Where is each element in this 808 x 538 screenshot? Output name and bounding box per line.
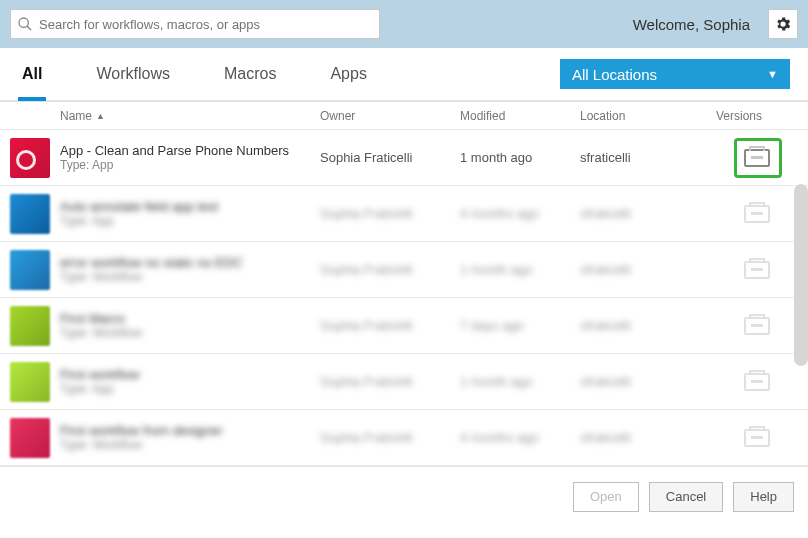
column-modified[interactable]: Modified — [460, 109, 580, 123]
item-owner: Sophia Fraticelli — [320, 318, 460, 333]
column-name[interactable]: Name ▲ — [60, 109, 320, 123]
item-location: sfraticelli — [580, 374, 700, 389]
welcome-prefix: Welcome, — [633, 16, 704, 33]
list-item[interactable]: First workflow from designer Type: Workf… — [0, 410, 808, 466]
column-location[interactable]: Location — [580, 109, 700, 123]
column-versions[interactable]: Versions — [716, 109, 808, 123]
tab-row: All Workflows Macros Apps All Locations … — [0, 48, 808, 102]
open-button[interactable]: Open — [573, 482, 639, 512]
item-title: First workflow from designer — [60, 423, 320, 438]
item-thumbnail — [10, 362, 50, 402]
welcome-text: Welcome, Sophia — [633, 16, 750, 33]
item-modified: 1 month ago — [460, 150, 580, 165]
svg-point-0 — [19, 18, 28, 27]
item-list: App - Clean and Parse Phone Numbers Type… — [0, 130, 808, 466]
item-title: First Macro — [60, 311, 320, 326]
item-title: App - Clean and Parse Phone Numbers — [60, 143, 320, 158]
column-headers: Name ▲ Owner Modified Location Versions — [0, 102, 808, 130]
footer: Open Cancel Help — [0, 466, 808, 526]
item-modified: 4 months ago — [460, 206, 580, 221]
item-title: First workflow — [60, 367, 320, 382]
item-title: Auto annotate field app text — [60, 199, 320, 214]
item-thumbnail — [10, 138, 50, 178]
item-subtitle: Type: App — [60, 382, 320, 396]
tab-all[interactable]: All — [18, 49, 46, 101]
item-location: sfraticelli — [580, 150, 700, 165]
gear-icon — [774, 15, 792, 33]
list-item[interactable]: error workflow no static no EDC Type: Wo… — [0, 242, 808, 298]
item-location: sfraticelli — [580, 262, 700, 277]
chevron-down-icon: ▼ — [767, 68, 778, 80]
location-filter-label: All Locations — [572, 66, 657, 83]
versions-icon[interactable] — [744, 149, 770, 167]
help-button[interactable]: Help — [733, 482, 794, 512]
item-modified: 7 days ago — [460, 318, 580, 333]
column-owner[interactable]: Owner — [320, 109, 460, 123]
item-owner: Sophia Fraticelli — [320, 150, 460, 165]
settings-button[interactable] — [768, 9, 798, 39]
item-modified: 1 month ago — [460, 374, 580, 389]
item-location: sfraticelli — [580, 206, 700, 221]
item-location: sfraticelli — [580, 318, 700, 333]
item-owner: Sophia Fraticelli — [320, 430, 460, 445]
list-item[interactable]: App - Clean and Parse Phone Numbers Type… — [0, 130, 808, 186]
item-thumbnail — [10, 306, 50, 346]
tab-macros[interactable]: Macros — [220, 49, 280, 99]
item-title: error workflow no static no EDC — [60, 255, 320, 270]
column-name-label: Name — [60, 109, 92, 123]
search-box[interactable] — [10, 9, 380, 39]
item-subtitle: Type: App — [60, 158, 320, 172]
item-owner: Sophia Fraticelli — [320, 206, 460, 221]
svg-line-1 — [27, 26, 31, 30]
item-subtitle: Type: Workflow — [60, 270, 320, 284]
item-location: sfraticelli — [580, 430, 700, 445]
cancel-button[interactable]: Cancel — [649, 482, 723, 512]
search-input[interactable] — [33, 17, 373, 32]
item-subtitle: Type: App — [60, 214, 320, 228]
item-modified: 1 month ago — [460, 262, 580, 277]
item-thumbnail — [10, 250, 50, 290]
scrollbar[interactable] — [794, 184, 808, 366]
versions-icon[interactable] — [744, 373, 770, 391]
tab-workflows[interactable]: Workflows — [92, 49, 174, 99]
versions-icon[interactable] — [744, 429, 770, 447]
sort-asc-icon: ▲ — [96, 111, 105, 121]
list-item[interactable]: Auto annotate field app text Type: App S… — [0, 186, 808, 242]
list-item[interactable]: First Macro Type: Workflow Sophia Fratic… — [0, 298, 808, 354]
location-filter-dropdown[interactable]: All Locations ▼ — [560, 59, 790, 89]
tab-apps[interactable]: Apps — [326, 49, 370, 99]
welcome-user: Sophia — [703, 16, 750, 33]
versions-icon[interactable] — [744, 205, 770, 223]
item-owner: Sophia Fraticelli — [320, 262, 460, 277]
list-item[interactable]: First workflow Type: App Sophia Fraticel… — [0, 354, 808, 410]
item-subtitle: Type: Workflow — [60, 438, 320, 452]
item-subtitle: Type: Workflow — [60, 326, 320, 340]
item-thumbnail — [10, 194, 50, 234]
item-owner: Sophia Fraticelli — [320, 374, 460, 389]
search-icon — [17, 16, 33, 32]
top-bar: Welcome, Sophia — [0, 0, 808, 48]
versions-icon[interactable] — [744, 261, 770, 279]
item-thumbnail — [10, 418, 50, 458]
versions-icon[interactable] — [744, 317, 770, 335]
item-modified: 4 months ago — [460, 430, 580, 445]
